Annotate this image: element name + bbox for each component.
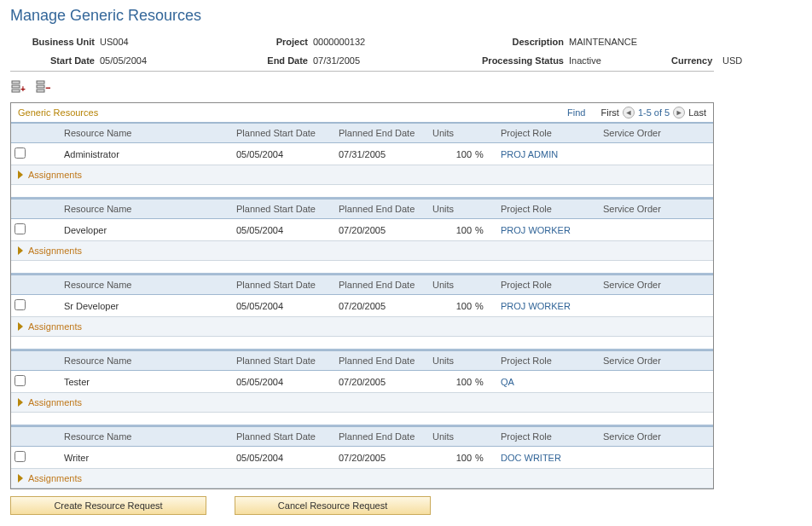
range-label: 1-5 of 5 bbox=[638, 107, 670, 118]
row-select-checkbox[interactable] bbox=[14, 147, 26, 159]
resource-name-value: Administrator bbox=[40, 149, 236, 159]
planned-start-value: 05/05/2004 bbox=[236, 301, 339, 311]
table-row: Writer 05/05/2004 07/20/2005 100 % DOC W… bbox=[11, 447, 713, 469]
description-value: MAINTENANCE bbox=[569, 37, 671, 47]
start-date-value: 05/05/2004 bbox=[100, 55, 245, 66]
col-planned-end: Planned End Date bbox=[339, 355, 432, 366]
resource-name-value: Writer bbox=[40, 453, 236, 463]
end-date-label: End Date bbox=[245, 55, 313, 66]
cancel-resource-request-button[interactable]: Cancel Resource Request bbox=[235, 496, 431, 515]
header-info: Business Unit US004 Project 0000000132 D… bbox=[10, 37, 802, 66]
svg-rect-4 bbox=[37, 81, 44, 84]
project-label: Project bbox=[245, 37, 313, 47]
units-symbol: % bbox=[475, 225, 501, 235]
expand-icon bbox=[18, 246, 23, 255]
col-planned-start: Planned Start Date bbox=[236, 431, 339, 442]
row-select-checkbox[interactable] bbox=[14, 451, 26, 462]
find-link[interactable]: Find bbox=[567, 107, 585, 118]
col-service-order: Service Order bbox=[603, 355, 705, 366]
assignments-toggle[interactable]: Assignments bbox=[11, 469, 713, 488]
prev-page-icon[interactable]: ◄ bbox=[623, 107, 635, 118]
col-project-role: Project Role bbox=[501, 204, 603, 214]
assignments-toggle[interactable]: Assignments bbox=[11, 165, 713, 185]
table-row: Developer 05/05/2004 07/20/2005 100 % PR… bbox=[11, 219, 713, 241]
svg-rect-6 bbox=[37, 90, 44, 92]
svg-rect-2 bbox=[12, 90, 20, 92]
page-title: Manage Generic Resources bbox=[10, 7, 802, 25]
col-planned-start: Planned Start Date bbox=[236, 204, 339, 214]
project-role-link[interactable]: PROJ ADMIN bbox=[501, 149, 558, 159]
project-role-link[interactable]: PROJ WORKER bbox=[501, 301, 571, 311]
units-symbol: % bbox=[475, 377, 501, 387]
business-unit-value: US004 bbox=[100, 37, 245, 47]
toolbar: + − bbox=[10, 80, 802, 95]
resource-name-value: Developer bbox=[40, 225, 236, 235]
generic-resources-grid: Generic Resources Find First ◄ 1-5 of 5 … bbox=[10, 102, 714, 489]
planned-start-value: 05/05/2004 bbox=[236, 149, 339, 159]
col-resource-name: Resource Name bbox=[40, 431, 236, 442]
processing-status-label: Processing Status bbox=[467, 55, 569, 66]
last-label[interactable]: Last bbox=[688, 107, 706, 118]
svg-rect-1 bbox=[12, 85, 20, 88]
next-page-icon[interactable]: ► bbox=[673, 107, 685, 118]
description-label: Description bbox=[467, 37, 569, 47]
col-resource-name: Resource Name bbox=[40, 204, 236, 214]
assignments-toggle[interactable]: Assignments bbox=[11, 241, 713, 261]
processing-status-value: Inactive bbox=[569, 55, 671, 66]
grid-header-row: Resource Name Planned Start Date Planned… bbox=[11, 426, 713, 447]
col-units: Units bbox=[432, 355, 475, 366]
start-date-label: Start Date bbox=[10, 55, 100, 66]
project-role-link[interactable]: PROJ WORKER bbox=[501, 225, 571, 235]
assignments-label: Assignments bbox=[28, 473, 82, 483]
collapse-all-icon[interactable]: − bbox=[35, 80, 50, 94]
units-value: 100 bbox=[432, 453, 475, 463]
grid-header-row: Resource Name Planned Start Date Planned… bbox=[11, 275, 713, 295]
project-role-link[interactable]: QA bbox=[501, 377, 514, 387]
assignments-label: Assignments bbox=[28, 321, 82, 332]
project-value: 0000000132 bbox=[313, 37, 467, 47]
row-select-checkbox[interactable] bbox=[14, 375, 26, 386]
planned-start-value: 05/05/2004 bbox=[236, 453, 339, 463]
svg-text:+: + bbox=[20, 84, 26, 94]
planned-start-value: 05/05/2004 bbox=[236, 377, 339, 387]
resource-name-value: Tester bbox=[40, 377, 236, 387]
first-label[interactable]: First bbox=[601, 107, 619, 118]
col-project-role: Project Role bbox=[501, 355, 603, 366]
assignments-toggle[interactable]: Assignments bbox=[11, 393, 713, 413]
col-service-order: Service Order bbox=[603, 128, 705, 138]
assignments-toggle[interactable]: Assignments bbox=[11, 317, 713, 337]
expand-all-icon[interactable]: + bbox=[10, 80, 26, 94]
end-date-value: 07/31/2005 bbox=[313, 55, 467, 66]
row-select-checkbox[interactable] bbox=[14, 299, 26, 310]
svg-text:−: − bbox=[45, 82, 50, 94]
col-units: Units bbox=[432, 280, 475, 290]
expand-icon bbox=[18, 171, 23, 179]
col-planned-end: Planned End Date bbox=[339, 204, 432, 214]
planned-end-value: 07/20/2005 bbox=[339, 453, 432, 463]
svg-rect-5 bbox=[37, 85, 44, 88]
col-resource-name: Resource Name bbox=[40, 280, 236, 290]
col-planned-start: Planned Start Date bbox=[236, 128, 339, 138]
planned-start-value: 05/05/2004 bbox=[236, 225, 339, 235]
col-units: Units bbox=[432, 204, 475, 214]
col-service-order: Service Order bbox=[603, 280, 705, 290]
units-symbol: % bbox=[475, 149, 501, 159]
units-value: 100 bbox=[432, 225, 475, 235]
units-symbol: % bbox=[475, 301, 501, 311]
col-units: Units bbox=[432, 128, 475, 138]
col-planned-end: Planned End Date bbox=[339, 431, 432, 442]
units-value: 100 bbox=[432, 301, 475, 311]
create-resource-request-button[interactable]: Create Resource Request bbox=[10, 496, 206, 515]
row-select-checkbox[interactable] bbox=[14, 223, 26, 234]
col-planned-end: Planned End Date bbox=[339, 128, 432, 138]
col-resource-name: Resource Name bbox=[40, 128, 236, 138]
grid-header-row: Resource Name Planned Start Date Planned… bbox=[11, 350, 713, 371]
project-role-link[interactable]: DOC WRITER bbox=[501, 453, 561, 463]
expand-icon bbox=[18, 474, 23, 483]
table-row: Sr Developer 05/05/2004 07/20/2005 100 %… bbox=[11, 295, 713, 317]
svg-rect-0 bbox=[12, 81, 20, 84]
grid-title: Generic Resources bbox=[18, 107, 98, 118]
col-service-order: Service Order bbox=[603, 431, 705, 442]
currency-label: Currency bbox=[671, 55, 722, 66]
expand-icon bbox=[18, 322, 23, 331]
